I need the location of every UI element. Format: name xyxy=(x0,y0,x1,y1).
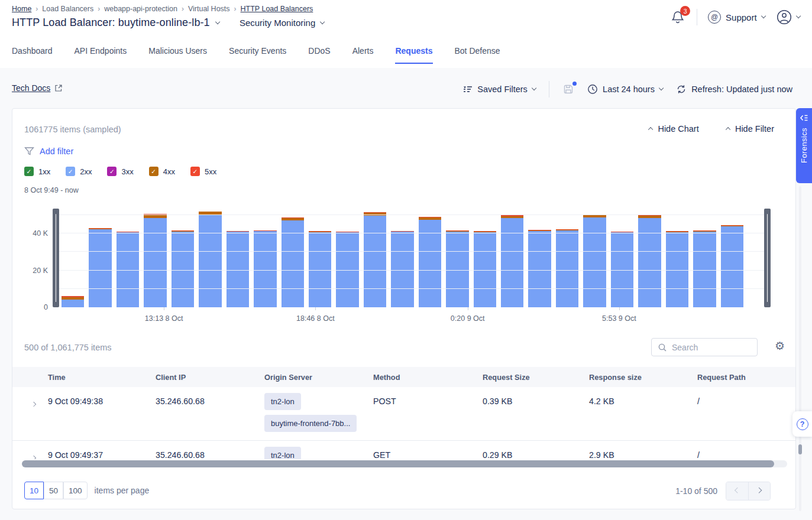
tab-requests[interactable]: Requests xyxy=(395,46,432,64)
column-header-client-ip[interactable]: Client IP xyxy=(156,373,264,382)
cell-response_size: 2.9 KB xyxy=(589,450,697,459)
breadcrumb-item-webapp-api-protection[interactable]: webapp-api-protection xyxy=(104,5,177,13)
chart-bar[interactable] xyxy=(693,230,716,307)
chart-bar[interactable] xyxy=(419,217,441,307)
column-header-method[interactable]: Method xyxy=(373,373,483,382)
table-row[interactable]: 9 Oct 09:49:3735.246.60.68tn2-lonGET0.29… xyxy=(12,441,795,459)
chart-bar[interactable] xyxy=(528,230,551,307)
chart-bar[interactable] xyxy=(89,228,111,307)
status-filter-1xx[interactable]: ✓1xx xyxy=(24,167,50,176)
tab-api-endpoints[interactable]: API Endpoints xyxy=(75,46,127,64)
forensics-tab[interactable]: Forensics xyxy=(796,108,812,183)
page-size-50[interactable]: 50 xyxy=(44,482,63,499)
checkbox-2xx[interactable]: ✓ xyxy=(66,167,75,176)
chart-bar[interactable] xyxy=(282,217,304,307)
next-page-button[interactable] xyxy=(748,482,770,500)
chart-bar[interactable] xyxy=(309,231,331,307)
chart-bar[interactable] xyxy=(666,231,688,307)
tab-dashboard[interactable]: Dashboard xyxy=(12,46,53,64)
brush-handle-left[interactable] xyxy=(53,209,59,307)
time-range-selector[interactable]: Last 24 hours xyxy=(587,84,663,95)
hide-chart-toggle[interactable]: Hide Chart xyxy=(649,124,699,134)
table-summary: 500 of 1,061,775 items xyxy=(24,343,112,352)
row-expand-button[interactable] xyxy=(12,396,48,408)
notifications-button[interactable]: 3 xyxy=(671,9,686,25)
chart-bar[interactable] xyxy=(172,230,194,307)
account-menu[interactable] xyxy=(776,9,800,25)
hide-filter-toggle[interactable]: Hide Filter xyxy=(726,124,774,134)
page-size-10[interactable]: 10 xyxy=(24,482,44,499)
search-input[interactable] xyxy=(672,343,743,352)
status-filter-2xx[interactable]: ✓2xx xyxy=(66,167,92,176)
page-size-100[interactable]: 100 xyxy=(63,482,88,499)
tech-docs-link[interactable]: Tech Docs xyxy=(12,83,63,93)
requests-monitoring-page: Home›Load Balancers›webapp-api-protectio… xyxy=(0,0,812,520)
chart-bar[interactable] xyxy=(254,230,276,307)
chart-bar[interactable] xyxy=(721,225,743,307)
column-header-time[interactable]: Time xyxy=(48,373,156,382)
checkbox-4xx[interactable]: ✓ xyxy=(149,167,158,176)
status-filter-4xx[interactable]: ✓4xx xyxy=(149,167,175,176)
column-header-response-size[interactable]: Response size xyxy=(589,373,697,382)
chart-bar[interactable] xyxy=(144,214,166,307)
title-chevron-down-icon[interactable] xyxy=(215,20,220,25)
origin-server-pill[interactable]: buytime-frontend-7bb... xyxy=(264,415,357,432)
help-question-icon[interactable]: ? xyxy=(797,418,808,430)
per-page-label: items per page xyxy=(95,486,150,495)
help-card: ? xyxy=(792,411,812,437)
origin-server-pill[interactable]: tn2-lon xyxy=(264,393,301,410)
breadcrumb-item-home[interactable]: Home xyxy=(12,5,31,13)
bar-segment-2xx xyxy=(62,300,84,307)
add-filter-button[interactable]: Add filter xyxy=(24,147,73,156)
table-body: 9 Oct 09:49:3835.246.60.68tn2-lonbuytime… xyxy=(12,387,795,459)
status-filter-label: 1xx xyxy=(38,167,50,176)
table-settings-gear-icon[interactable]: ⚙ xyxy=(775,340,785,352)
chart-bar[interactable] xyxy=(364,212,386,307)
table-search xyxy=(651,338,758,356)
chart-bar[interactable] xyxy=(556,229,578,307)
breadcrumb-item-http-load-balancers[interactable]: HTTP Load Balancers xyxy=(241,5,313,13)
tab-security-events[interactable]: Security Events xyxy=(229,46,286,64)
chart-bar[interactable] xyxy=(227,231,249,307)
horizontal-scrollbar-thumb[interactable] xyxy=(22,460,774,467)
table-row[interactable]: 9 Oct 09:49:3835.246.60.68tn2-lonbuytime… xyxy=(12,387,795,441)
bar-segment-2xx xyxy=(199,215,221,307)
funnel-icon xyxy=(24,147,34,156)
status-filter-3xx[interactable]: ✓3xx xyxy=(107,167,133,176)
checkbox-3xx[interactable]: ✓ xyxy=(107,167,117,176)
vertical-scrollbar-thumb[interactable] xyxy=(798,444,802,454)
chart-bar[interactable] xyxy=(583,214,606,307)
cell-origin-server: tn2-lonbuytime-frontend-7bb... xyxy=(264,393,373,432)
column-header-request-size[interactable]: Request Size xyxy=(483,373,589,382)
pagination-range: 1-10 of 500 xyxy=(675,486,717,496)
breadcrumb-item-virtual-hosts[interactable]: Virtual Hosts xyxy=(188,5,230,13)
tab-alerts[interactable]: Alerts xyxy=(352,46,374,64)
chart-bar[interactable] xyxy=(62,296,84,307)
filter-list-icon xyxy=(463,86,473,93)
origin-server-pill[interactable]: tn2-lon xyxy=(264,447,301,459)
refresh-button[interactable]: Refresh: Updated just now xyxy=(676,84,792,95)
support-menu[interactable]: @ Support xyxy=(708,11,765,24)
row-expand-button[interactable] xyxy=(12,450,48,459)
context-selector[interactable]: Security Monitoring xyxy=(240,18,325,28)
saved-filters-menu[interactable]: Saved Filters xyxy=(463,84,536,94)
brush-handle-right[interactable] xyxy=(764,209,771,307)
chart-bar[interactable] xyxy=(638,214,661,307)
checkbox-5xx[interactable]: ✓ xyxy=(190,167,200,176)
column-header-request-path[interactable]: Request Path xyxy=(697,373,795,382)
tab-ddos[interactable]: DDoS xyxy=(308,46,330,64)
chart-bar[interactable] xyxy=(501,215,523,307)
chart-bar[interactable] xyxy=(391,231,413,307)
refresh-icon xyxy=(676,84,687,95)
save-filter-button[interactable] xyxy=(562,83,574,95)
column-header-origin-server[interactable]: Origin Server xyxy=(264,373,373,382)
chart-bar[interactable] xyxy=(446,230,468,307)
status-filter-5xx[interactable]: ✓5xx xyxy=(190,167,216,176)
tab-malicious-users[interactable]: Malicious Users xyxy=(148,46,207,64)
checkbox-1xx[interactable]: ✓ xyxy=(24,167,34,176)
x-tick-label: 0:20 9 Oct xyxy=(451,314,485,323)
breadcrumb-item-load-balancers[interactable]: Load Balancers xyxy=(42,5,93,13)
tab-bot-defense[interactable]: Bot Defense xyxy=(455,46,500,64)
prev-page-button[interactable] xyxy=(726,482,748,500)
chart-bar[interactable] xyxy=(199,212,221,308)
